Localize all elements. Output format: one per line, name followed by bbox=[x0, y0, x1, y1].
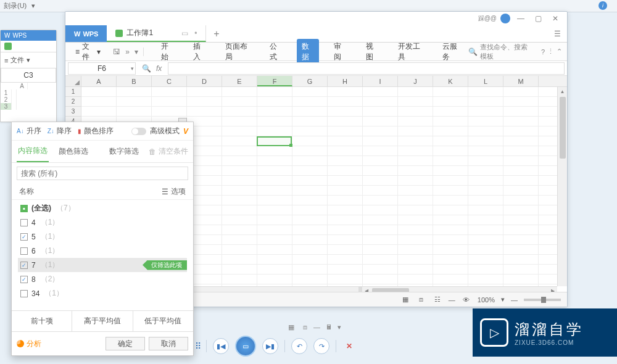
help-icon[interactable]: i bbox=[598, 1, 607, 10]
minimize-button[interactable]: — bbox=[514, 14, 528, 23]
menu-record[interactable]: 刻录(U) bbox=[4, 1, 27, 10]
selected-cell[interactable] bbox=[257, 136, 292, 146]
doc-icon bbox=[4, 43, 12, 50]
col-header-J[interactable]: J bbox=[398, 76, 433, 86]
col-header-B[interactable]: B bbox=[117, 76, 152, 86]
ok-button[interactable]: 确定 bbox=[106, 337, 145, 350]
ribbon-tab-1[interactable]: 插入 bbox=[188, 39, 210, 65]
filter-search-input[interactable] bbox=[17, 167, 188, 180]
save-icon[interactable]: 🖫 bbox=[113, 48, 120, 56]
filter-item-5[interactable]: 8（2） bbox=[18, 272, 187, 286]
checkbox[interactable] bbox=[20, 276, 28, 283]
col-header-K[interactable]: K bbox=[433, 76, 468, 86]
analyze-button[interactable]: 分析 bbox=[17, 339, 41, 349]
col-header-I[interactable]: I bbox=[363, 76, 398, 86]
checkbox[interactable] bbox=[20, 262, 28, 269]
bg-namebox: C3 bbox=[1, 68, 56, 83]
filter-item-4[interactable]: 7（1）仅筛选此项 bbox=[18, 258, 187, 272]
sort-desc-button[interactable]: Z↓降序 bbox=[48, 126, 72, 136]
play-button[interactable]: ▭ bbox=[235, 336, 256, 357]
filter-tab-number[interactable]: 数字筛选 bbox=[108, 141, 140, 162]
checkbox[interactable] bbox=[20, 247, 28, 255]
fx-label[interactable]: fx bbox=[156, 64, 162, 73]
zoom-slider[interactable] bbox=[524, 299, 561, 301]
checkbox[interactable] bbox=[20, 219, 28, 226]
options-icon[interactable]: ☰ bbox=[162, 188, 168, 196]
ribbon-tab-2[interactable]: 页面布局 bbox=[220, 39, 255, 65]
stat-button-1[interactable]: 高于平均值 bbox=[72, 311, 133, 331]
menu-dropdown[interactable]: ▾ bbox=[31, 2, 35, 10]
vertical-scrollbar[interactable]: ▲ bbox=[557, 87, 567, 286]
avatar-icon[interactable] bbox=[500, 14, 510, 23]
filter-clear-button[interactable]: 🗑清空条件 bbox=[149, 146, 188, 157]
ribbon-tab-6[interactable]: 视图 bbox=[361, 39, 383, 65]
filter-tab-content[interactable]: 内容筛选 bbox=[17, 141, 49, 162]
grip-icon[interactable]: ⠿ bbox=[195, 341, 200, 351]
search-icon: 🔍 bbox=[468, 48, 478, 56]
ribbon-tab-4[interactable]: 数据 bbox=[297, 39, 319, 65]
cancel-button[interactable]: 取消 bbox=[149, 337, 188, 350]
name-box[interactable]: F6▾ bbox=[68, 62, 136, 75]
sort-asc-button[interactable]: A↓升序 bbox=[17, 126, 41, 136]
tab-dot-icon[interactable]: • bbox=[194, 29, 197, 38]
eye-icon[interactable]: 👁 bbox=[462, 296, 471, 304]
filter-item-6[interactable]: 34（1） bbox=[18, 286, 187, 300]
next-button[interactable]: ▶▮ bbox=[262, 338, 278, 354]
tab-window-icon[interactable]: ▭ bbox=[181, 29, 188, 38]
file-menu[interactable]: ≡文件▾ bbox=[70, 40, 106, 64]
adv-mode-label: 高级模式 bbox=[150, 126, 180, 136]
lookup-icon[interactable]: 🔍 bbox=[142, 64, 151, 73]
row-header-1[interactable]: 1 bbox=[65, 87, 81, 97]
prev-button[interactable]: ▮◀ bbox=[213, 338, 229, 354]
ribbon-tab-7[interactable]: 开发工具 bbox=[393, 39, 428, 65]
maximize-button[interactable]: ▢ bbox=[531, 14, 545, 23]
search-placeholder[interactable]: 查找命令、搜索模板 bbox=[480, 43, 532, 61]
filter-item-0[interactable]: (全选)（7） bbox=[18, 201, 187, 215]
undo-button[interactable]: ↶ bbox=[291, 338, 307, 354]
redo-button[interactable]: ↷ bbox=[313, 338, 329, 354]
sort-color-button[interactable]: ▮颜色排序 bbox=[78, 126, 114, 136]
row-header-3[interactable]: 3 bbox=[65, 107, 81, 117]
col-header-C[interactable]: C bbox=[152, 76, 187, 86]
col-header-D[interactable]: D bbox=[187, 76, 222, 86]
close-button[interactable]: ✕ bbox=[549, 14, 562, 23]
ribbon-tab-0[interactable]: 开始 bbox=[156, 39, 178, 65]
ribbon-tab-3[interactable]: 公式 bbox=[265, 39, 287, 65]
ribbon-tab-8[interactable]: 云服务 bbox=[437, 39, 466, 65]
col-header-E[interactable]: E bbox=[222, 76, 257, 86]
filter-item-3[interactable]: 6（1） bbox=[18, 244, 187, 258]
col-header-G[interactable]: G bbox=[292, 76, 328, 86]
checkbox[interactable] bbox=[20, 233, 28, 241]
select-all-corner[interactable] bbox=[65, 76, 81, 86]
filter-item-1[interactable]: 4（1） bbox=[18, 215, 187, 230]
filter-tab-color[interactable]: 颜色筛选 bbox=[57, 141, 89, 162]
filter-item-2[interactable]: 5（1） bbox=[18, 230, 187, 244]
checkbox[interactable] bbox=[20, 290, 28, 297]
ribbon: ≡文件▾ 🖫 » ▾ 开始插入页面布局公式数据审阅视图开发工具云服务 🔍 查找命… bbox=[65, 43, 567, 61]
ribbon-help-icon[interactable]: ? bbox=[541, 48, 545, 56]
vip-badge-icon: V bbox=[183, 127, 188, 136]
stat-button-2[interactable]: 低于平均值 bbox=[133, 311, 193, 331]
ribbon-tab-5[interactable]: 审阅 bbox=[329, 39, 351, 65]
checkbox[interactable] bbox=[20, 205, 28, 212]
col-header-A[interactable]: A bbox=[81, 76, 117, 86]
adv-mode-toggle[interactable] bbox=[131, 128, 146, 135]
zoom-out-button[interactable]: — bbox=[511, 296, 518, 304]
pie-icon bbox=[17, 340, 24, 347]
only-this-tag[interactable]: 仅筛选此项 bbox=[143, 260, 187, 270]
view-page-icon[interactable]: ⧈ bbox=[416, 296, 426, 304]
view-break-icon[interactable]: ☷ bbox=[433, 296, 442, 304]
options-label[interactable]: 选项 bbox=[171, 186, 186, 197]
row-header-2[interactable]: 2 bbox=[65, 97, 81, 107]
more-icon[interactable]: » bbox=[125, 48, 130, 56]
col-header-H[interactable]: H bbox=[328, 76, 363, 86]
tabs-menu-icon[interactable]: ☰ bbox=[548, 25, 567, 42]
view-normal-icon[interactable]: ▦ bbox=[400, 296, 410, 304]
col-header-M[interactable]: M bbox=[503, 76, 539, 86]
formula-input[interactable] bbox=[168, 62, 565, 75]
bg-status-bar: ▦⧈—🖩▾ bbox=[286, 321, 471, 333]
stat-button-0[interactable]: 前十项 bbox=[12, 311, 72, 331]
close-x-button[interactable]: ✕ bbox=[342, 342, 356, 350]
col-header-L[interactable]: L bbox=[468, 76, 503, 86]
col-header-F[interactable]: F bbox=[257, 76, 292, 86]
